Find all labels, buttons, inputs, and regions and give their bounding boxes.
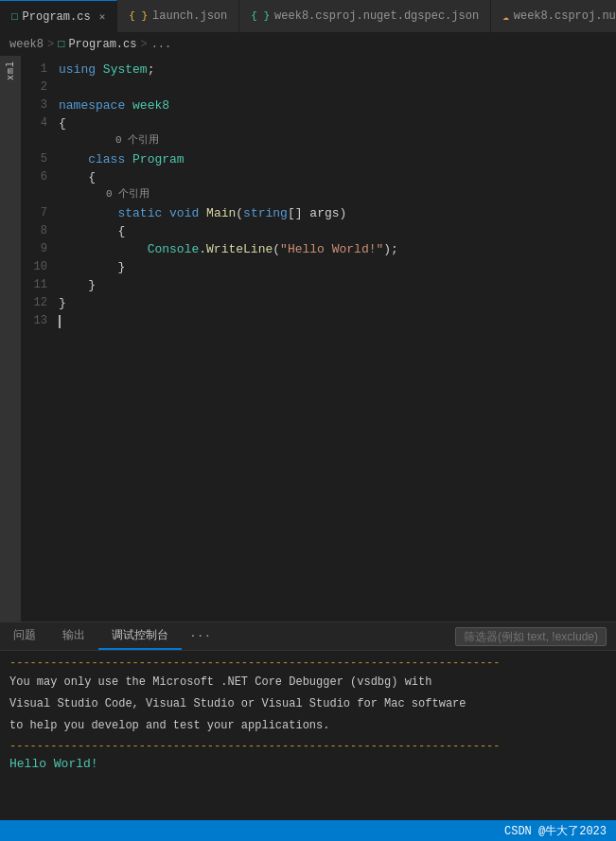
cs-file-icon: □ <box>11 11 18 23</box>
line-num-4: 4 <box>21 114 59 132</box>
code-line-11: 11 } <box>21 276 616 294</box>
line-num-2: 2 <box>21 79 59 96</box>
breadcrumb-sep2: > <box>140 38 147 51</box>
line-num-10: 10 <box>21 258 59 276</box>
panel-more-icon: ··· <box>189 629 211 643</box>
panel-filter <box>446 622 616 650</box>
line-content-1: using System; <box>59 61 616 79</box>
tab-launch-json[interactable]: { } launch.json <box>117 0 239 32</box>
line-num-5: 5 <box>21 150 59 168</box>
bottom-panel: 问题 输出 调试控制台 ··· ------------------------… <box>0 622 616 820</box>
line-num-7: 7 <box>21 204 59 222</box>
panel-tab-output-label: 输出 <box>62 627 85 643</box>
breadcrumb-ellipsis[interactable]: ... <box>151 38 172 51</box>
hello-world-output: Hello World! <box>9 757 607 771</box>
debug-msg-1: You may only use the Microsoft .NET Core… <box>9 674 607 692</box>
tab-label-program-cs: Program.cs <box>23 10 91 24</box>
panel-tab-debug-label: 调试控制台 <box>112 627 168 643</box>
panel-tab-problems[interactable]: 问题 <box>0 622 49 650</box>
breadcrumb-week8[interactable]: week8 <box>9 38 44 51</box>
status-bar: CSDN @牛大了2023 <box>0 820 616 841</box>
editor-area: xml 1 using System; 2 3 namespace week8 … <box>0 56 616 622</box>
breadcrumb: week8 > □ Program.cs > ... <box>0 33 616 56</box>
line-content-11: } <box>59 276 616 294</box>
line-num-13: 13 <box>21 312 59 330</box>
json-file-icon: { } <box>129 10 148 22</box>
panel-tab-more[interactable]: ··· <box>182 622 219 650</box>
status-bar-text: CSDN @牛大了2023 <box>504 823 607 839</box>
panel-filter-input[interactable] <box>455 627 607 646</box>
line-num-9: 9 <box>21 240 59 258</box>
line-num-1: 1 <box>21 61 59 79</box>
line-num-8: 8 <box>21 222 59 240</box>
code-line-ref1: · 0 个引用 <box>21 132 616 150</box>
dashed-line-bottom: ----------------------------------------… <box>9 740 607 753</box>
line-content-3: namespace week8 <box>59 96 616 114</box>
line-content-ref1: 0 个引用 <box>97 132 616 148</box>
code-line-4: 4 { <box>21 114 616 132</box>
tab-close-program-cs[interactable]: ✕ <box>99 10 106 23</box>
nuget-file-icon: { } <box>251 10 270 22</box>
code-line-9: 9 Console.WriteLine("Hello World!"); <box>21 240 616 258</box>
panel-content: ----------------------------------------… <box>0 651 616 820</box>
breadcrumb-cs-icon: □ <box>58 38 64 51</box>
tab-bar: □ Program.cs ✕ { } launch.json { } week8… <box>0 0 616 33</box>
tab-label-launch-json: launch.json <box>152 9 227 23</box>
code-line-8: 8 { <box>21 222 616 240</box>
code-line-1: 1 using System; <box>21 61 616 79</box>
line-content-10: } <box>59 258 616 276</box>
code-line-3: 3 namespace week8 <box>21 96 616 114</box>
line-num-12: 12 <box>21 294 59 312</box>
line-content-2 <box>59 79 616 96</box>
rss-file-icon: ☁ <box>502 10 509 23</box>
line-num-6: 6 <box>21 168 59 186</box>
tab-week8-nuget2[interactable]: ☁ week8.csproj.nuge <box>491 0 616 32</box>
line-num-11: 11 <box>21 276 59 294</box>
line-num-ref2: · <box>21 186 59 201</box>
line-content-9: Console.WriteLine("Hello World!"); <box>59 240 616 258</box>
tab-week8-nuget[interactable]: { } week8.csproj.nuget.dgspec.json <box>239 0 491 32</box>
code-editor[interactable]: 1 using System; 2 3 namespace week8 4 { … <box>21 56 616 622</box>
tab-label-week8-nuget: week8.csproj.nuget.dgspec.json <box>274 9 479 23</box>
code-line-6: 6 { <box>21 168 616 186</box>
code-line-12: 12 } <box>21 294 616 312</box>
code-line-13: 13 <box>21 312 616 330</box>
line-content-12: } <box>59 294 616 312</box>
left-strip-xml-label: xml <box>6 61 16 80</box>
breadcrumb-program-cs[interactable]: Program.cs <box>68 38 136 51</box>
code-line-2: 2 <box>21 79 616 96</box>
code-line-7: 7 static void Main(string[] args) <box>21 204 616 222</box>
line-num-ref1: · <box>59 132 97 148</box>
tab-label-week8-nuget2: week8.csproj.nuge <box>514 9 616 23</box>
line-content-8: { <box>59 222 616 240</box>
debug-msg-2: Visual Studio Code, Visual Studio or Vis… <box>9 695 607 713</box>
tab-program-cs[interactable]: □ Program.cs ✕ <box>0 0 117 32</box>
line-content-4: { <box>59 114 616 132</box>
line-content-ref2: 0 个引用 <box>59 186 616 201</box>
panel-tab-problems-label: 问题 <box>13 627 36 643</box>
code-line-5: 5 class Program <box>21 150 616 168</box>
panel-tab-bar: 问题 输出 调试控制台 ··· <box>0 622 616 651</box>
panel-tab-debug-console[interactable]: 调试控制台 <box>98 622 182 650</box>
panel-tab-output[interactable]: 输出 <box>49 622 98 650</box>
line-content-5: class Program <box>59 150 616 168</box>
debug-msg-3: to help you develop and test your applic… <box>9 717 607 735</box>
dashed-line-top: ----------------------------------------… <box>9 657 607 670</box>
line-content-7: static void Main(string[] args) <box>59 204 616 222</box>
code-line-10: 10 } <box>21 258 616 276</box>
breadcrumb-sep1: > <box>47 38 54 51</box>
code-line-ref2: · 0 个引用 <box>21 186 616 204</box>
line-content-13 <box>59 312 616 330</box>
line-content-6: { <box>59 168 616 186</box>
line-num-3: 3 <box>21 96 59 114</box>
left-strip: xml <box>0 56 21 622</box>
